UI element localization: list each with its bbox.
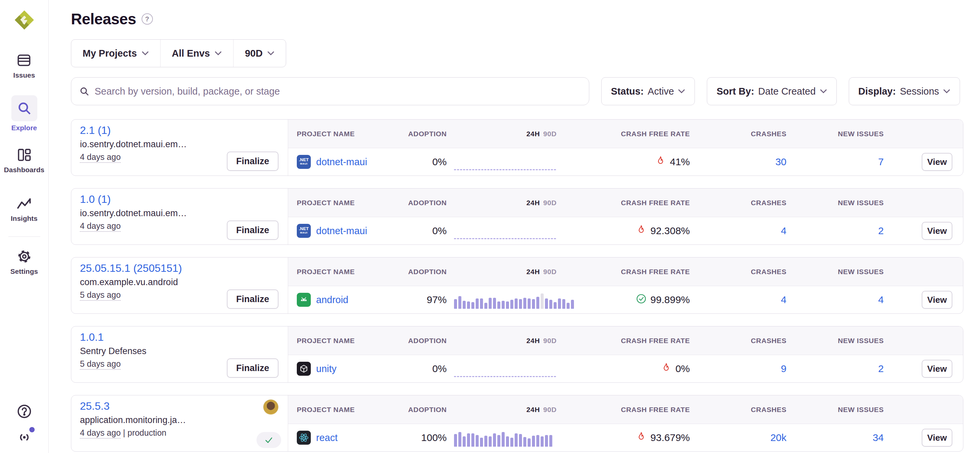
check-circle-icon xyxy=(636,294,647,304)
insights-icon xyxy=(16,195,32,212)
chevron-down-icon xyxy=(820,89,827,94)
sidebar-item-dashboards[interactable]: Dashboards xyxy=(4,146,44,174)
view-button[interactable]: View xyxy=(922,360,952,378)
chevron-down-icon xyxy=(678,89,685,94)
page-filter-bar: My Projects All Envs 90D xyxy=(71,39,286,67)
sidebar-item-settings[interactable]: Settings xyxy=(10,248,38,275)
gear-icon xyxy=(16,248,33,265)
new-issues-count-link[interactable]: 2 xyxy=(878,363,884,374)
notification-dot xyxy=(29,427,35,432)
adoption-value: 97% xyxy=(407,294,447,305)
table-row: android 97% 99.899% 4 4 View xyxy=(288,286,963,313)
release-health-table: PROJECT NAME ADOPTION 24H90D CRASH FREE … xyxy=(288,257,963,313)
release-version-link[interactable]: 2.1 (1) xyxy=(80,124,111,137)
crashes-count-link[interactable]: 4 xyxy=(781,294,786,305)
table-header: PROJECT NAME ADOPTION 24H90D CRASH FREE … xyxy=(288,395,963,424)
dotnet-maui-project-icon: .NETMAUI xyxy=(297,155,311,169)
sidebar-item-label: Dashboards xyxy=(4,166,44,174)
release-summary: 1.0.1 Sentry Defenses 5 days ago Finaliz… xyxy=(71,326,288,382)
react-project-icon xyxy=(297,431,311,445)
new-issues-count-link[interactable]: 2 xyxy=(878,225,884,236)
release-package: io.sentry.dotnet.maui.em… xyxy=(80,208,213,218)
release-package: Sentry Defenses xyxy=(80,346,213,356)
page-title: Releases xyxy=(71,10,136,28)
crashes-count-link[interactable]: 4 xyxy=(781,225,786,236)
table-header: PROJECT NAME ADOPTION 24H90D CRASH FREE … xyxy=(288,257,963,286)
release-health-table: PROJECT NAME ADOPTION 24H90D CRASH FREE … xyxy=(288,326,963,382)
finalize-button[interactable]: Finalize xyxy=(227,358,278,378)
release-health-table: PROJECT NAME ADOPTION 24H90D CRASH FREE … xyxy=(288,395,963,451)
sidebar-item-label: Settings xyxy=(10,267,38,275)
page-help-icon[interactable]: ? xyxy=(142,13,153,25)
finalized-status-pill xyxy=(256,432,281,448)
sidebar-item-insights[interactable]: Insights xyxy=(11,195,38,223)
crashes-count-link[interactable]: 9 xyxy=(781,363,786,374)
search-box[interactable] xyxy=(71,77,589,105)
view-button[interactable]: View xyxy=(922,429,952,447)
crashes-count-link[interactable]: 30 xyxy=(775,156,786,167)
dashboards-icon xyxy=(16,146,33,163)
adoption-sparkline xyxy=(447,286,557,313)
release-summary: 1.0 (1) io.sentry.dotnet.maui.em… 4 days… xyxy=(71,189,288,245)
crash-free-rate: 41% xyxy=(557,156,690,168)
release-card: 25.05.15.1 (2505151) com.example.vu.andr… xyxy=(71,257,963,314)
environments-filter[interactable]: All Envs xyxy=(160,40,233,67)
sidebar-item-label: Issues xyxy=(13,71,35,79)
table-row: .NETMAUI dotnet-maui 0% 41% 30 7 View xyxy=(288,148,963,176)
view-button[interactable]: View xyxy=(922,222,952,240)
projects-filter[interactable]: My Projects xyxy=(71,40,160,67)
sidebar-item-explore[interactable]: Explore xyxy=(11,95,37,132)
finalize-button[interactable]: Finalize xyxy=(227,221,278,240)
release-summary: 2.1 (1) io.sentry.dotnet.maui.em… 4 days… xyxy=(71,119,288,176)
help-icon[interactable] xyxy=(16,403,33,420)
chevron-down-icon xyxy=(215,51,222,56)
project-link[interactable]: dotnet-maui xyxy=(316,226,367,237)
search-input[interactable] xyxy=(95,86,581,97)
finalize-button[interactable]: Finalize xyxy=(227,289,278,309)
project-link[interactable]: unity xyxy=(316,363,336,374)
fire-icon xyxy=(636,431,647,442)
release-age: 4 days ago | production xyxy=(80,428,279,438)
finalize-button[interactable]: Finalize xyxy=(227,151,278,171)
release-health-table: PROJECT NAME ADOPTION 24H90D CRASH FREE … xyxy=(288,119,963,176)
finalized-check-icon xyxy=(264,435,274,445)
table-row: unity 0% 0% 9 2 View xyxy=(288,355,963,382)
table-header: PROJECT NAME ADOPTION 24H90D CRASH FREE … xyxy=(288,119,963,148)
unity-project-icon xyxy=(297,362,311,376)
display-dropdown[interactable]: Display:Sessions xyxy=(849,77,960,105)
project-link[interactable]: dotnet-maui xyxy=(316,157,367,167)
new-issues-count-link[interactable]: 4 xyxy=(878,294,884,305)
sidebar-item-issues[interactable]: Issues xyxy=(13,52,35,79)
view-button[interactable]: View xyxy=(922,153,952,171)
project-link[interactable]: android xyxy=(316,294,348,305)
release-version-link[interactable]: 25.05.15.1 (2505151) xyxy=(80,262,182,275)
sidebar-item-label: Explore xyxy=(11,124,37,132)
sort-by-dropdown[interactable]: Sort By:Date Created xyxy=(707,77,837,105)
release-package: application.monitoring.ja… xyxy=(80,415,213,425)
avatar[interactable] xyxy=(263,399,278,415)
release-card: 2.1 (1) io.sentry.dotnet.maui.em… 4 days… xyxy=(71,119,963,176)
project-link[interactable]: react xyxy=(316,432,337,443)
sentry-logo[interactable] xyxy=(14,10,34,30)
release-package: io.sentry.dotnet.maui.em… xyxy=(80,139,213,149)
date-range-filter[interactable]: 90D xyxy=(233,40,286,67)
crash-free-rate: 99.899% xyxy=(557,294,690,307)
release-package: com.example.vu.android xyxy=(80,277,213,288)
new-issues-count-link[interactable]: 7 xyxy=(878,156,884,167)
sidebar: Issues Explore Dashboards Insights xyxy=(0,0,49,453)
new-issues-count-link[interactable]: 34 xyxy=(873,432,884,443)
sidebar-item-label: Insights xyxy=(11,215,38,223)
status-dropdown[interactable]: Status:Active xyxy=(601,77,695,105)
crashes-count-link[interactable]: 20k xyxy=(770,432,786,443)
chevron-down-icon xyxy=(267,51,274,56)
view-button[interactable]: View xyxy=(922,291,952,309)
broadcast-icon[interactable] xyxy=(16,428,33,445)
crash-free-rate: 93.679% xyxy=(557,431,690,444)
release-version-link[interactable]: 1.0.1 xyxy=(80,331,103,343)
release-version-link[interactable]: 25.5.3 xyxy=(80,400,110,412)
main-content: Releases ? My Projects All Envs 90D Stat… xyxy=(49,0,980,451)
adoption-value: 0% xyxy=(407,156,447,167)
table-header: PROJECT NAME ADOPTION 24H90D CRASH FREE … xyxy=(288,326,963,355)
release-version-link[interactable]: 1.0 (1) xyxy=(80,193,111,205)
fire-icon xyxy=(655,156,666,166)
